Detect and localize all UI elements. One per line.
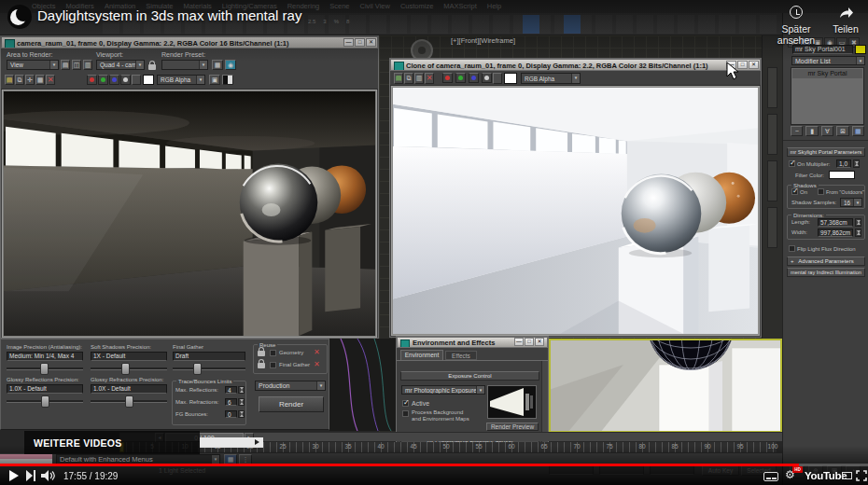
width-field[interactable]: 997,862cm <box>818 229 853 237</box>
soft-shadows-slider[interactable] <box>91 363 167 374</box>
viewport-dropdown[interactable]: Quad 4 - camera... <box>96 60 145 70</box>
save-image-icon[interactable]: ▤ <box>5 75 14 85</box>
length-field[interactable]: 57,368cm <box>818 218 853 227</box>
glossy-refr-slider[interactable] <box>91 395 167 407</box>
pin-stack-icon[interactable]: − <box>791 126 803 136</box>
side-tab-2[interactable] <box>767 114 777 155</box>
filter-color-swatch[interactable] <box>829 171 855 179</box>
alpha-channel-icon[interactable] <box>132 75 141 85</box>
green-channel-icon[interactable] <box>98 75 108 85</box>
object-color-swatch[interactable] <box>855 45 866 54</box>
subtitles-icon[interactable] <box>763 472 778 481</box>
advanced-parameters-rollout[interactable]: +Advanced Parameters <box>787 256 865 266</box>
clear-color-swatch[interactable] <box>143 75 154 85</box>
alpha-channel-icon[interactable] <box>493 73 502 84</box>
green-channel-icon[interactable] <box>455 73 466 83</box>
menu-item[interactable]: Scene <box>329 2 349 10</box>
final-gather-field[interactable]: Draft <box>173 352 245 361</box>
toggle-ui-icon[interactable] <box>222 75 233 85</box>
edit-region-icon[interactable]: ▤ <box>61 60 70 70</box>
object-name-field[interactable]: mr Sky Portal001 <box>792 45 853 54</box>
active-checkbox[interactable] <box>402 400 409 407</box>
width-spinner[interactable] <box>855 229 861 237</box>
side-tab-3[interactable] <box>767 160 777 201</box>
fg-lock-icon[interactable] <box>258 363 265 368</box>
max-reflections-spinner[interactable] <box>238 386 245 394</box>
toolbar-icon-active-1[interactable] <box>523 15 539 34</box>
viewport-camera-shaded[interactable] <box>549 339 782 433</box>
toolbar-icon-active-2[interactable] <box>564 15 581 34</box>
flip-flux-checkbox[interactable] <box>789 245 795 252</box>
volume-icon[interactable] <box>41 470 57 481</box>
minimize-button[interactable]: — <box>343 38 354 47</box>
render-mode-dropdown[interactable]: Production <box>255 381 326 391</box>
youtube-logo[interactable]: YouTube <box>805 470 847 481</box>
red-channel-icon[interactable] <box>442 73 453 83</box>
image-precision-slider[interactable] <box>7 363 83 374</box>
menu-item[interactable]: Civil View <box>360 2 390 10</box>
fg-bounces-field[interactable]: 0 <box>225 410 237 418</box>
exposure-control-rollout[interactable]: Exposure Control <box>400 371 539 381</box>
max-refractions-field[interactable]: 6 <box>225 398 237 406</box>
clone-window-icon[interactable]: ✛ <box>25 75 35 85</box>
geometry-checkbox[interactable] <box>270 350 276 356</box>
skylight-portal-rollout[interactable]: mr Skylight Portal Parameters <box>787 147 865 157</box>
more-videos-overlay[interactable]: WEITERE VIDEOS <box>24 431 200 454</box>
render-setup-icon[interactable]: ▦ <box>212 60 223 70</box>
endscreen-strip[interactable] <box>200 437 263 448</box>
snap-toggle[interactable]: 8 <box>346 19 349 24</box>
maximize-button[interactable]: □ <box>355 38 365 47</box>
length-spinner[interactable] <box>855 218 861 227</box>
max-reflections-field[interactable]: 4 <box>225 386 237 394</box>
configure-stack-icon[interactable]: ▦ <box>852 126 864 136</box>
close-button[interactable]: ✕ <box>366 38 376 47</box>
on-multiplier-checkbox[interactable] <box>789 160 795 167</box>
right-render-titlebar[interactable]: Clone of camera_raum_01, frame 0, Displa… <box>390 59 761 71</box>
image-precision-field[interactable]: Medium: Min 1/4, Max 4 <box>7 352 83 361</box>
snap-toggle[interactable]: % <box>334 19 339 24</box>
blue-channel-icon[interactable] <box>109 75 119 85</box>
mono-channel-icon[interactable] <box>482 73 492 83</box>
glossy-refl-field[interactable]: 1.0X - Default <box>7 384 83 394</box>
exposure-control-dropdown[interactable]: mr Photographic Exposure Control <box>401 385 485 395</box>
tab-effects[interactable]: Effects <box>445 351 477 360</box>
snap-toggle[interactable]: 2.5 <box>308 19 315 24</box>
clear-image-icon[interactable]: ✕ <box>425 73 434 84</box>
save-image-icon[interactable]: ▤ <box>394 73 403 84</box>
make-unique-icon[interactable]: ∀ <box>821 126 833 136</box>
render-preview-button[interactable]: Render Preview <box>486 423 539 431</box>
clear-image-icon[interactable]: ✕ <box>46 75 55 85</box>
geometry-lock-icon[interactable] <box>258 351 265 356</box>
clear-color-swatch[interactable] <box>504 73 517 84</box>
soft-shadows-field[interactable]: 1X - Default <box>91 352 167 361</box>
play-button[interactable] <box>9 470 19 481</box>
glossy-refr-field[interactable]: 1.0X - Default <box>91 384 167 394</box>
close-button[interactable]: ✕ <box>749 61 759 69</box>
shadow-samples-dropdown[interactable]: 16 <box>840 198 862 207</box>
copy-image-icon[interactable]: ⧉ <box>404 73 413 84</box>
shadows-on-checkbox[interactable] <box>791 188 798 195</box>
process-bg-checkbox[interactable] <box>402 410 409 417</box>
theater-mode-icon[interactable] <box>842 472 852 479</box>
area-to-render-dropdown[interactable]: View <box>7 60 59 70</box>
minimize-button[interactable]: — <box>514 338 524 346</box>
print-image-icon[interactable]: ▦ <box>35 75 45 85</box>
layers-icon[interactable]: ▣ <box>209 75 220 85</box>
fg-bounces-spinner[interactable] <box>238 410 245 418</box>
side-tab-4[interactable] <box>767 207 777 248</box>
blue-channel-icon[interactable] <box>469 73 479 83</box>
menu-item[interactable]: MAXScript <box>443 2 476 10</box>
multiplier-spinner[interactable] <box>853 159 860 168</box>
mono-channel-icon[interactable] <box>120 75 131 85</box>
geometry-clear-icon[interactable]: ✕ <box>314 349 320 356</box>
clone-window-icon[interactable]: ▥ <box>414 73 424 84</box>
fg-clear-icon[interactable]: ✕ <box>314 361 320 368</box>
multiplier-field[interactable]: 1,0 <box>836 159 851 168</box>
max-refractions-spinner[interactable] <box>238 398 245 406</box>
snap-toggle[interactable]: 3 <box>323 19 326 24</box>
watch-later-button[interactable]: Später ansehen <box>765 6 827 46</box>
from-outdoors-checkbox[interactable] <box>818 188 824 195</box>
modifier-stack[interactable]: mr Sky Portal <box>791 67 864 125</box>
modifier-stack-item[interactable]: mr Sky Portal <box>792 69 862 78</box>
maximize-button[interactable]: □ <box>525 338 534 346</box>
